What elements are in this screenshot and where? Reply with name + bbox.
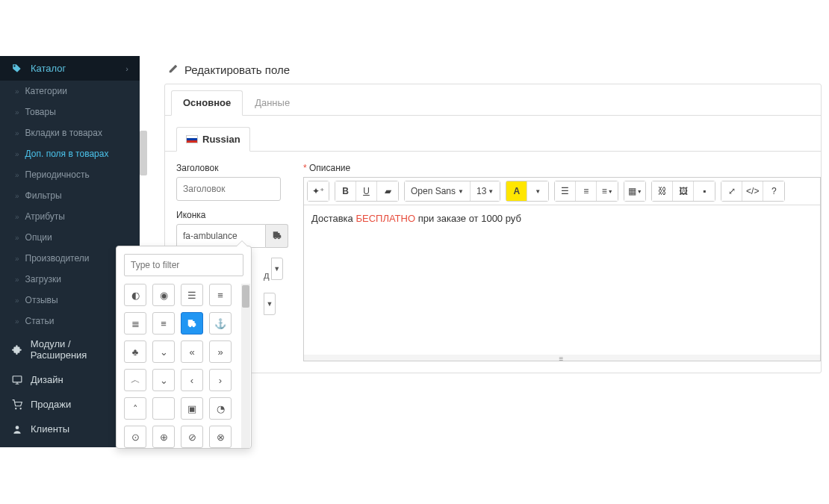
nav-options[interactable]: »Опции	[0, 227, 140, 248]
icon-arrow-right[interactable]: ⊘	[181, 426, 203, 448]
editor-content[interactable]: Доставка БЕСПЛАТНО при заказе от 1000 ру…	[304, 205, 820, 355]
align-button[interactable]: ≡▼	[597, 181, 618, 201]
title-input[interactable]	[176, 177, 281, 201]
nav-sub-label: Отзывы	[25, 295, 58, 305]
dropdown-toggle-1[interactable]: ▼	[271, 258, 283, 280]
help-button[interactable]: ?	[763, 181, 784, 201]
text-color-button[interactable]: A	[506, 181, 527, 201]
icon-input[interactable]	[176, 224, 266, 248]
list-ul-button[interactable]: ☰	[555, 181, 576, 201]
desc-text-1: Доставка	[311, 213, 355, 224]
icon-arrow-up[interactable]: ⊗	[209, 426, 232, 448]
monitor-icon	[11, 375, 23, 385]
top-bar	[0, 0, 829, 56]
nav-section-label: Клиенты	[31, 423, 69, 435]
nav-categories[interactable]: »Категории	[0, 81, 140, 102]
icon-area-chart[interactable]: ◔	[209, 397, 232, 420]
icon-angle-double-down[interactable]: ⌄	[152, 340, 175, 363]
nav-section-label: Продажи	[31, 399, 71, 410]
link-button[interactable]: ⛓	[652, 181, 673, 201]
icon-align-justify[interactable]: ≡	[209, 284, 232, 306]
video-icon: ▪	[703, 186, 706, 196]
fullscreen-button[interactable]: ⤢	[721, 181, 742, 201]
arrow-icon: »	[15, 150, 19, 158]
nav-sub-label: Фильтры	[25, 190, 62, 201]
caret-icon: ▼	[535, 188, 541, 195]
underline-button[interactable]: U	[356, 181, 377, 201]
title-label: Заголовок	[176, 163, 288, 173]
icon-arrow-down[interactable]: ⊙	[124, 426, 146, 448]
nav-filters[interactable]: »Фильтры	[0, 185, 140, 206]
cart-icon	[11, 399, 23, 410]
video-button[interactable]: ▪	[694, 181, 715, 201]
icon-align-left[interactable]: ≣	[124, 312, 146, 335]
icon-input-group	[176, 224, 288, 248]
icon-angle-right[interactable]: ›	[209, 369, 232, 391]
user-icon	[11, 424, 23, 435]
icon-angle-up[interactable]: ˄	[124, 397, 146, 420]
image-button[interactable]: 🖼	[673, 181, 694, 201]
nav-periodicity[interactable]: »Периодичность	[0, 164, 140, 185]
icon-android[interactable]: ♣	[124, 340, 146, 363]
icon-angle-double-left[interactable]: «	[181, 340, 203, 363]
icon-apple[interactable]	[152, 397, 175, 420]
nav-attributes[interactable]: »Атрибуты	[0, 206, 140, 227]
caret-icon: ▼	[637, 189, 642, 194]
icon-picker-popover: ◐ ◉ ☰ ≡ ≣ ≡ ⚓ ♣ ⌄ « » ︿ ⌄ ‹ › ˄ ▣ ◔	[116, 246, 252, 449]
tabs: Основное Данные	[165, 84, 821, 116]
icon-adjust[interactable]: ◐	[124, 284, 146, 306]
nav-extra-fields[interactable]: »Доп. поля в товарах	[0, 143, 140, 164]
nav-sub-label: Категории	[25, 86, 67, 96]
chevron-right-icon: ›	[125, 64, 128, 73]
nav-sub-label: Загрузки	[25, 274, 61, 284]
desc-text-2: при заказе от 1000 руб	[415, 213, 521, 224]
popover-arrow	[236, 240, 248, 246]
size-select[interactable]: 13▼	[471, 181, 500, 201]
icon-picker-button[interactable]	[266, 224, 288, 248]
nav-section-label: Дизайн	[31, 374, 63, 385]
magic-button[interactable]: ✦⁺	[308, 181, 329, 201]
nav-sub-label: Статьи	[25, 316, 55, 326]
dropdown-toggle-2[interactable]: ▼	[264, 293, 276, 315]
lang-tab-russian[interactable]: Russian	[176, 127, 250, 152]
icon-align-center[interactable]: ☰	[181, 284, 203, 306]
icon-angle-double-up[interactable]: ︿	[124, 369, 146, 391]
arrow-icon: »	[15, 255, 19, 263]
nav-catalog[interactable]: Каталог ›	[0, 56, 140, 81]
list-ol-button[interactable]: ≡	[576, 181, 597, 201]
icon-anchor[interactable]: ⚓	[209, 312, 232, 335]
pencil-icon	[168, 63, 178, 76]
picker-filter-input[interactable]	[124, 254, 243, 276]
right-column: Описание ✦⁺ B U ▰ Open Sans ▼ 13▼	[303, 163, 821, 361]
editor-resize-handle[interactable]: ≡	[304, 355, 820, 361]
tags-icon	[11, 63, 23, 74]
icon-angle-left[interactable]: ‹	[181, 369, 203, 391]
svg-point-3	[16, 426, 19, 429]
code-icon: </>	[746, 186, 759, 196]
icon-angle-down[interactable]: ⌄	[152, 369, 175, 391]
color-dropdown-button[interactable]: ▼	[527, 181, 548, 201]
font-label: Open Sans	[411, 186, 456, 196]
sidebar-resize-handle[interactable]	[140, 131, 147, 175]
icon-archive[interactable]: ▣	[181, 397, 203, 420]
table-icon: ▦	[628, 186, 636, 196]
icon-ambulance[interactable]	[181, 312, 203, 335]
code-button[interactable]: </>	[742, 181, 763, 201]
nav-tabs-products[interactable]: »Вкладки в товарах	[0, 122, 140, 143]
icon-angle-double-right[interactable]: »	[209, 340, 232, 363]
flag-ru-icon	[186, 135, 198, 143]
font-select[interactable]: Open Sans ▼	[405, 181, 471, 201]
icon-align-right[interactable]: ≡	[152, 312, 175, 335]
table-button[interactable]: ▦▼	[624, 181, 645, 201]
eraser-button[interactable]: ▰	[377, 181, 398, 201]
tab-data[interactable]: Данные	[243, 90, 302, 115]
page-header: Редактировать поле	[157, 56, 829, 84]
caret-icon: ▼	[458, 188, 464, 195]
nav-products[interactable]: »Товары	[0, 102, 140, 122]
hidden-dropdowns: д ▼ ▼	[264, 258, 283, 328]
icon-arrow-left[interactable]: ⊕	[152, 426, 175, 448]
tab-main[interactable]: Основное	[171, 90, 243, 116]
icon-adn[interactable]: ◉	[152, 284, 175, 306]
arrow-icon: »	[15, 317, 19, 326]
bold-button[interactable]: B	[335, 181, 356, 201]
